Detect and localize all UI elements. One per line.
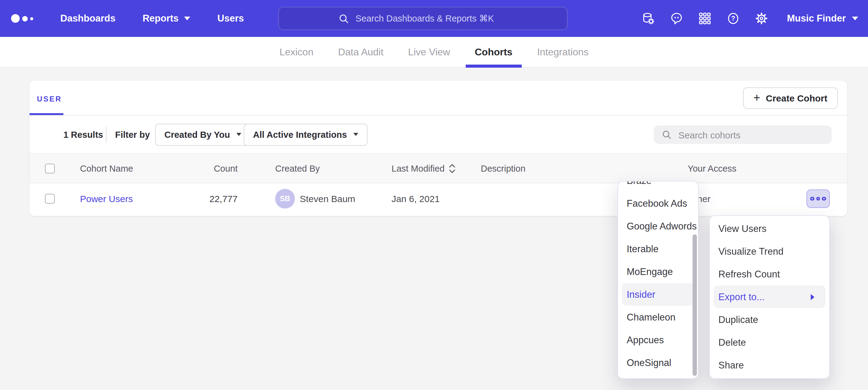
menu-item-insider[interactable]: Insider bbox=[622, 283, 694, 306]
create-cohort-label: Create Cohort bbox=[766, 93, 827, 103]
nav-item-reports-label: Reports bbox=[143, 13, 179, 24]
created-by-filter-dropdown[interactable]: Created By You bbox=[155, 123, 250, 145]
tab-live-view[interactable]: Live View bbox=[408, 37, 450, 67]
chevron-down-icon bbox=[852, 17, 858, 20]
menu-item-google-adwords[interactable]: Google Adwords bbox=[618, 215, 698, 237]
integrations-filter-label: All Active Integrations bbox=[253, 129, 347, 139]
nav-item-reports[interactable]: Reports bbox=[143, 13, 190, 24]
scrollbar-thumb[interactable] bbox=[692, 234, 696, 376]
export-destination-submenu: Braze Facebook Ads Google Adwords Iterab… bbox=[617, 181, 699, 379]
database-gear-icon[interactable] bbox=[642, 12, 655, 25]
menu-item-moengage[interactable]: MoEngage bbox=[618, 260, 698, 283]
project-switcher[interactable]: Music Finder bbox=[787, 13, 858, 24]
chevron-down-icon bbox=[353, 133, 358, 136]
submenu-arrow-icon bbox=[811, 294, 814, 300]
cohorts-panel: USER + Create Cohort 1 Results Filter by… bbox=[30, 80, 847, 216]
help-icon[interactable]: ? bbox=[727, 12, 740, 25]
menu-item-duplicate[interactable]: Duplicate bbox=[710, 308, 829, 331]
table-row: Power Users 22,777 SB Steven Baum Jan 6,… bbox=[30, 183, 847, 214]
nav-item-users-label: Users bbox=[217, 13, 244, 24]
section-tabs: Lexicon Data Audit Live View Cohorts Int… bbox=[0, 37, 868, 68]
cohort-count: 22,777 bbox=[177, 193, 238, 204]
column-header-last-modified[interactable]: Last Modified bbox=[392, 163, 456, 173]
settings-gear-icon[interactable] bbox=[755, 12, 769, 25]
column-header-created-by: Created By bbox=[275, 163, 320, 173]
top-navbar: Dashboards Reports Users bbox=[0, 0, 868, 37]
cohort-name-link[interactable]: Power Users bbox=[80, 193, 133, 204]
brand-logo-icon[interactable] bbox=[11, 14, 33, 23]
menu-item-visualize-trend[interactable]: Visualize Trend bbox=[710, 240, 829, 263]
chevron-down-icon bbox=[184, 17, 190, 20]
avatar: SB bbox=[275, 189, 295, 208]
more-dots-icon bbox=[816, 197, 820, 201]
global-search-input[interactable] bbox=[355, 13, 508, 23]
column-header-description: Description bbox=[481, 163, 525, 173]
project-name: Music Finder bbox=[787, 13, 846, 24]
feedback-icon[interactable] bbox=[670, 12, 684, 25]
menu-item-braze[interactable]: Braze bbox=[618, 181, 698, 192]
cohort-search-input[interactable] bbox=[678, 129, 824, 140]
search-icon bbox=[338, 12, 349, 24]
integrations-filter-dropdown[interactable]: All Active Integrations bbox=[244, 123, 367, 145]
more-dots-icon bbox=[810, 197, 814, 201]
create-cohort-button[interactable]: + Create Cohort bbox=[743, 87, 838, 109]
export-destination-list: Braze Facebook Ads Google Adwords Iterab… bbox=[618, 181, 698, 374]
menu-item-appcues[interactable]: Appcues bbox=[618, 328, 698, 351]
logo-dot-medium bbox=[22, 16, 28, 21]
svg-text:?: ? bbox=[731, 14, 735, 22]
nav-item-users[interactable]: Users bbox=[217, 13, 244, 24]
global-search-bar[interactable] bbox=[278, 7, 567, 30]
select-all-checkbox[interactable] bbox=[45, 163, 55, 173]
logo-dot-large bbox=[11, 14, 20, 23]
menu-item-refresh-count[interactable]: Refresh Count bbox=[710, 263, 829, 285]
tab-cohorts[interactable]: Cohorts bbox=[475, 37, 513, 67]
plus-icon: + bbox=[753, 92, 760, 103]
search-icon bbox=[661, 129, 672, 140]
filter-toolbar: 1 Results Filter by Created By You All A… bbox=[30, 116, 847, 154]
menu-item-chameleon[interactable]: Chameleon bbox=[618, 306, 698, 328]
cohort-search-bar[interactable] bbox=[654, 126, 832, 144]
row-actions-button[interactable] bbox=[806, 190, 830, 208]
table-header: Cohort Name Count Created By Last Modifi… bbox=[30, 154, 847, 183]
cohort-type-tabs: USER + Create Cohort bbox=[30, 80, 847, 116]
last-modified-date: Jan 6, 2021 bbox=[392, 193, 440, 204]
column-header-count: Count bbox=[177, 163, 238, 173]
menu-item-share[interactable]: Share bbox=[710, 354, 829, 377]
created-by-filter-label: Created By You bbox=[164, 129, 230, 139]
menu-item-view-users[interactable]: View Users bbox=[710, 217, 829, 240]
filter-by-label: Filter by bbox=[115, 129, 150, 139]
row-context-menu: View Users Visualize Trend Refresh Count… bbox=[709, 215, 830, 379]
menu-item-export-to[interactable]: Export to... bbox=[713, 285, 826, 308]
created-by-name: Steven Baum bbox=[300, 193, 355, 204]
tab-user-cohorts[interactable]: USER bbox=[37, 95, 62, 103]
tab-lexicon[interactable]: Lexicon bbox=[279, 37, 313, 67]
menu-item-iterable[interactable]: Iterable bbox=[618, 237, 698, 260]
logo-dot-small bbox=[30, 17, 33, 20]
nav-right-controls: ? Music Finder bbox=[642, 0, 858, 37]
row-checkbox[interactable] bbox=[45, 194, 55, 204]
last-modified-label: Last Modified bbox=[392, 163, 445, 173]
column-header-cohort-name: Cohort Name bbox=[80, 163, 133, 173]
menu-item-onesignal[interactable]: OneSignal bbox=[618, 351, 698, 374]
export-to-label: Export to... bbox=[718, 292, 765, 302]
menu-item-facebook-ads[interactable]: Facebook Ads bbox=[618, 192, 698, 215]
screen: Dashboards Reports Users bbox=[0, 0, 868, 390]
nav-item-dashboards-label: Dashboards bbox=[60, 13, 116, 24]
results-count: 1 Results bbox=[63, 129, 103, 139]
chevron-down-icon bbox=[236, 133, 241, 136]
sort-icon[interactable] bbox=[449, 163, 456, 173]
more-dots-icon bbox=[822, 197, 826, 201]
nav-item-dashboards[interactable]: Dashboards bbox=[60, 13, 116, 24]
divider bbox=[106, 127, 106, 143]
apps-grid-icon[interactable] bbox=[699, 12, 712, 25]
tab-integrations[interactable]: Integrations bbox=[537, 37, 589, 67]
column-header-your-access: Your Access bbox=[688, 163, 737, 173]
menu-item-delete[interactable]: Delete bbox=[710, 331, 829, 354]
active-tab-underline bbox=[30, 113, 63, 115]
app: Dashboards Reports Users bbox=[0, 0, 868, 390]
tab-data-audit[interactable]: Data Audit bbox=[338, 37, 383, 67]
